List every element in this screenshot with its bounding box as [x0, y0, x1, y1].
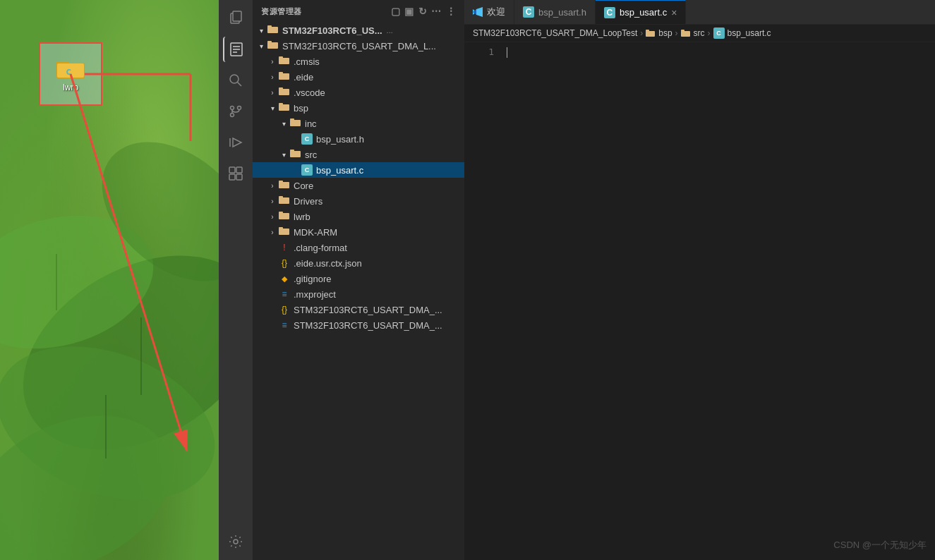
svg-point-21	[230, 75, 239, 83]
tab-bsp-usart-h[interactable]: C bsp_usart.h	[514, 0, 596, 24]
svg-rect-62	[646, 30, 649, 32]
tree-item-stm32-json[interactable]: {} STM32F103RCT6_USART_DMA_...	[253, 302, 464, 317]
tree-item-project[interactable]: ▾ STM32F103RCT6_USART_DMA_L...	[253, 38, 464, 54]
vscode-logo-icon	[473, 7, 483, 17]
svg-rect-38	[279, 58, 289, 64]
tree-item-clang-format[interactable]: ! .clang-format	[253, 240, 464, 255]
svg-rect-44	[279, 104, 289, 111]
new-folder-icon[interactable]: ▣	[404, 6, 414, 17]
tab-welcome[interactable]: 欢迎	[464, 0, 514, 24]
svg-rect-56	[279, 229, 289, 235]
svg-rect-53	[279, 196, 283, 198]
vscode-window: 资源管理器 ▢ ▣ ↻ ⋯ ⋮ ▾ STM32F103RCT6_US... ..…	[219, 0, 935, 560]
svg-rect-32	[236, 174, 242, 180]
svg-point-25	[231, 114, 234, 117]
tree-item-gitignore[interactable]: ◆ .gitignore	[253, 271, 464, 286]
tree-item-bsp-usart-h[interactable]: C bsp_usart.h	[253, 131, 464, 147]
svg-marker-59	[476, 7, 483, 17]
sidebar-header: 资源管理器 ▢ ▣ ↻ ⋯ ⋮	[253, 0, 464, 23]
activity-bar	[219, 0, 253, 560]
svg-rect-46	[290, 120, 301, 126]
tree-item-core[interactable]: › Core	[253, 178, 464, 193]
svg-rect-34	[267, 27, 278, 33]
activity-icon-copy[interactable]	[223, 6, 248, 31]
file-tree: ▾ STM32F103RCT6_US... ... ▾ STM32F103RCT…	[253, 23, 464, 560]
h-file-icon: C	[523, 6, 534, 18]
svg-rect-61	[646, 31, 655, 37]
activity-icon-search[interactable]	[223, 68, 248, 93]
tab-close-button[interactable]: ×	[671, 8, 677, 18]
tab-bar: 欢迎 C bsp_usart.h C bsp_usart.c ×	[464, 0, 935, 25]
svg-rect-52	[279, 197, 289, 204]
tree-item-label: STM32F103RCT6_US...	[282, 25, 382, 36]
breadcrumb-project[interactable]: STM32F103RCT6_USART_DMA_LoopTest	[473, 28, 637, 38]
collapse-icon[interactable]: ⋯	[431, 6, 442, 17]
breadcrumb: STM32F103RCT6_USART_DMA_LoopTest › bsp ›…	[464, 25, 935, 42]
svg-rect-45	[279, 103, 283, 105]
svg-point-23	[231, 106, 234, 110]
folder-bc-icon	[646, 29, 656, 37]
bc-c-icon: C	[713, 28, 725, 39]
tree-item-drivers[interactable]: › Drivers	[253, 193, 464, 209]
svg-marker-27	[233, 138, 241, 147]
tree-item-bsp[interactable]: ▾ bsp	[253, 100, 464, 116]
tree-item-root[interactable]: ▾ STM32F103RCT6_US... ...	[253, 23, 464, 38]
activity-icon-run[interactable]	[223, 130, 248, 155]
desktop-icon-lwrb[interactable]: c lwrb	[39, 42, 102, 106]
editor-content[interactable]: 1	[464, 42, 935, 560]
sidebar-title: 资源管理器	[261, 6, 302, 17]
svg-rect-64	[681, 30, 684, 32]
folder-icon: c	[56, 56, 85, 80]
svg-rect-16	[233, 11, 241, 21]
svg-rect-31	[229, 174, 235, 180]
desktop-background	[0, 0, 219, 560]
breadcrumb-src[interactable]: src	[681, 28, 705, 38]
breadcrumb-file[interactable]: C bsp_usart.c	[713, 28, 771, 39]
more-icon[interactable]: ⋮	[446, 6, 457, 17]
editor-text[interactable]	[507, 45, 507, 59]
activity-icon-source-control[interactable]	[223, 99, 248, 124]
svg-rect-41	[279, 72, 283, 74]
tab-bsp-usart-c[interactable]: C bsp_usart.c ×	[596, 0, 686, 24]
activity-icon-explorer[interactable]	[223, 37, 248, 62]
chevron-down-icon: ▾	[255, 27, 267, 35]
tree-item-stm32-mxproject[interactable]: ≡ STM32F103RCT6_USART_DMA_...	[253, 317, 464, 333]
svg-line-22	[238, 83, 242, 87]
svg-rect-30	[236, 167, 242, 173]
svg-rect-57	[279, 227, 283, 229]
svg-point-33	[234, 540, 238, 544]
svg-text:c: c	[66, 66, 71, 77]
sidebar: 资源管理器 ▢ ▣ ↻ ⋯ ⋮ ▾ STM32F103RCT6_US... ..…	[253, 0, 464, 560]
watermark: CSDN @一个无知少年	[833, 539, 927, 552]
refresh-icon[interactable]: ↻	[418, 6, 428, 17]
svg-rect-51	[279, 181, 283, 183]
c-file-tab-icon: C	[604, 7, 615, 18]
svg-rect-43	[279, 87, 283, 90]
breadcrumb-bsp[interactable]: bsp	[646, 28, 672, 38]
svg-rect-36	[267, 42, 278, 49]
svg-rect-49	[290, 150, 294, 152]
tree-item-lwrb[interactable]: › lwrb	[253, 209, 464, 224]
new-file-icon[interactable]: ▢	[391, 6, 401, 17]
tree-item-src[interactable]: ▾ src	[253, 147, 464, 162]
tree-item-eide-json[interactable]: {} .eide.usr.ctx.json	[253, 255, 464, 271]
folder-open-icon	[267, 25, 279, 36]
desktop: c lwrb	[0, 0, 219, 560]
tab-bsp-usart-c-label: bsp_usart.c	[620, 7, 667, 18]
tree-item-eide[interactable]: › .eide	[253, 69, 464, 85]
desktop-icon-label: lwrb	[63, 83, 78, 92]
activity-icon-settings[interactable]	[223, 529, 248, 554]
svg-rect-42	[279, 89, 289, 95]
tree-item-vscode[interactable]: › .vscode	[253, 85, 464, 100]
tree-item-cmsis[interactable]: › .cmsis	[253, 54, 464, 69]
tab-bsp-usart-h-label: bsp_usart.h	[538, 7, 586, 18]
tree-item-mdk-arm[interactable]: › MDK-ARM	[253, 224, 464, 240]
tree-item-inc[interactable]: ▾ inc	[253, 116, 464, 131]
editor-cursor	[507, 47, 507, 58]
editor-gutter: 1	[464, 42, 500, 59]
tree-item-bsp-usart-c[interactable]: C bsp_usart.c	[253, 162, 464, 178]
svg-rect-39	[279, 56, 283, 59]
svg-rect-50	[279, 182, 289, 188]
activity-icon-extensions[interactable]	[223, 161, 248, 186]
tree-item-mxproject[interactable]: ≡ .mxproject	[253, 286, 464, 302]
